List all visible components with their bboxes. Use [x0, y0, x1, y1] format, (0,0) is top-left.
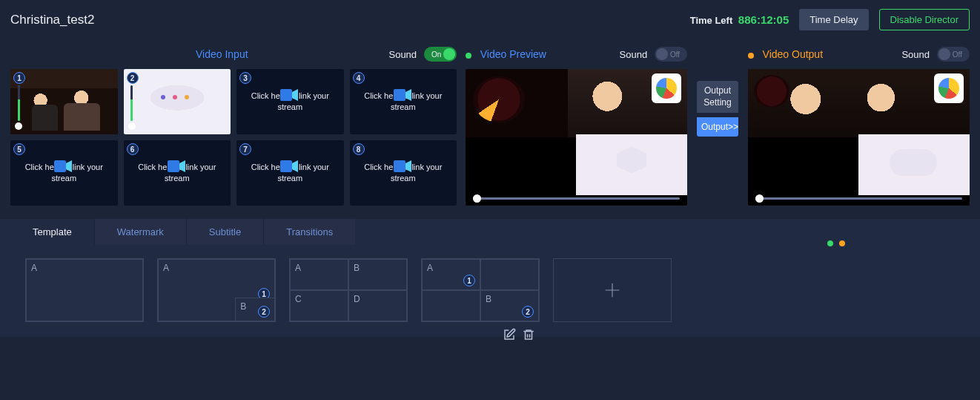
camera-icon	[394, 159, 413, 174]
thumb-number-badge: 5	[13, 143, 25, 155]
video-preview-title: Video Preview	[480, 48, 546, 60]
template-cell-d: D	[348, 290, 407, 321]
cell-badge: 2	[258, 306, 270, 318]
input-thumb-7[interactable]: 7 Click here to link your stream	[236, 140, 344, 206]
avengers-logo-icon	[754, 75, 789, 108]
video-output-sound-group: Sound Off	[901, 47, 970, 62]
input-thumb-4[interactable]: 4 Click here to link your stream	[350, 69, 457, 134]
camera-icon	[168, 159, 187, 174]
video-input-sound-group: Sound On	[388, 47, 457, 62]
video-output-title-wrap: Video Output	[748, 48, 823, 60]
switch-on-text: On	[427, 50, 446, 59]
tab-template[interactable]: Template	[10, 219, 94, 245]
video-preview-sound-group: Sound Off	[620, 47, 688, 62]
video-input-sound-toggle[interactable]: On	[424, 47, 457, 62]
cell-label: A	[295, 263, 301, 273]
seek-slider[interactable]	[755, 197, 962, 200]
time-left-value: 886:12:05	[738, 13, 789, 26]
time-left-label: Time Left	[690, 15, 733, 26]
status-dot-orange-icon	[839, 240, 845, 246]
cell-label: D	[354, 294, 360, 304]
camera-icon	[280, 159, 299, 174]
video-input-title: Video Input	[196, 48, 248, 60]
tab-subtitle[interactable]: Subtitle	[186, 219, 263, 245]
video-output-column: Video Output Sound Off	[748, 42, 970, 206]
preview-pip-frame-icon	[576, 134, 687, 195]
template-cell-a: A	[26, 259, 143, 321]
volume-slider[interactable]	[127, 85, 137, 130]
template-side-half[interactable]: A 1 B 2	[421, 258, 540, 322]
status-dot-icon	[466, 53, 471, 59]
thumb-preview-icon	[10, 69, 118, 134]
video-output-player[interactable]	[748, 69, 970, 206]
input-thumb-6[interactable]: 6 Click here to link your stream	[124, 140, 231, 206]
cell-label: B	[486, 294, 491, 304]
preview-main-frame-icon	[466, 69, 687, 137]
input-thumb-5[interactable]: 5 Click here to link your stream	[10, 140, 118, 206]
video-output-sound-toggle[interactable]: Off	[937, 47, 970, 62]
svg-rect-5	[394, 160, 405, 172]
svg-rect-1	[394, 89, 405, 101]
video-preview-sound-toggle[interactable]: Off	[655, 47, 687, 62]
plus-icon	[602, 280, 623, 301]
svg-rect-2	[54, 160, 66, 172]
thumb-number-badge: 3	[239, 72, 251, 84]
video-preview-sound-label: Sound	[620, 49, 648, 60]
app-logo-icon	[934, 73, 964, 103]
header-right: Time Left 886:12:05 Time Delay Disable D…	[690, 9, 970, 30]
input-thumb-2[interactable]: 2	[124, 69, 231, 134]
template-quad[interactable]: A B C D	[289, 258, 408, 322]
avengers-logo-icon	[473, 76, 525, 122]
video-preview-column: Video Preview Sound Off	[466, 42, 687, 206]
thumb-preview-icon	[124, 69, 231, 134]
time-left-group: Time Left 886:12:05	[690, 13, 789, 26]
template-cell-a: A 1	[422, 259, 480, 290]
template-pip-corner[interactable]: A 1 B 2	[157, 258, 276, 322]
camera-icon	[394, 88, 413, 102]
thumb-number-badge: 7	[239, 143, 251, 155]
thumb-number-badge: 8	[353, 143, 365, 155]
output-setting-button[interactable]: Output Setting	[697, 81, 738, 113]
add-template-button[interactable]	[553, 258, 672, 322]
app-logo-icon	[652, 73, 681, 103]
cell-badge: 2	[522, 306, 534, 318]
template-cell-b: B 2	[480, 290, 539, 321]
video-input-column: Video Input Sound On 1 2 3	[10, 42, 457, 206]
cell-label: B	[354, 263, 360, 273]
input-thumb-8[interactable]: 8 Click here to link your stream	[350, 140, 457, 206]
trash-icon[interactable]	[522, 328, 535, 341]
seek-slider[interactable]	[473, 197, 680, 200]
template-cell-empty	[422, 290, 480, 321]
tab-watermark[interactable]: Watermark	[94, 219, 186, 245]
thumb-number-badge: 6	[127, 143, 139, 155]
cell-label: A	[31, 263, 37, 273]
time-delay-button[interactable]: Time Delay	[799, 9, 868, 30]
svg-rect-4	[280, 160, 292, 172]
camera-icon	[54, 159, 73, 174]
edit-icon[interactable]	[503, 328, 516, 341]
template-single[interactable]: A	[25, 258, 144, 322]
thumb-number-badge: 2	[127, 72, 139, 84]
output-main-frame-icon	[748, 69, 970, 137]
template-cell-c: C	[290, 290, 348, 321]
camera-icon	[280, 88, 299, 102]
tab-transitions[interactable]: Transitions	[263, 219, 355, 245]
video-input-header: Video Input Sound On	[10, 42, 457, 69]
input-thumb-3[interactable]: 3 Click here to link your stream	[236, 69, 344, 134]
volume-slider[interactable]	[13, 85, 24, 130]
main-columns: Video Input Sound On 1 2 3	[0, 42, 980, 216]
cell-label: A	[427, 263, 433, 273]
svg-rect-0	[280, 89, 292, 101]
cell-label: A	[163, 263, 169, 273]
cell-badge: 1	[463, 275, 475, 286]
video-preview-player[interactable]	[466, 69, 687, 206]
output-go-button[interactable]: Output>>	[697, 117, 738, 137]
output-button-stack: Output Setting Output>>	[696, 42, 739, 206]
template-actions	[503, 328, 535, 341]
input-grid: 1 2 3 Click here to link your stream 4 C…	[10, 69, 457, 206]
template-cell-empty	[480, 259, 539, 290]
template-cell-b: B	[348, 259, 407, 290]
thumb-number-badge: 4	[353, 72, 365, 84]
disable-director-button[interactable]: Disable Director	[879, 9, 970, 30]
input-thumb-1[interactable]: 1	[10, 69, 118, 134]
